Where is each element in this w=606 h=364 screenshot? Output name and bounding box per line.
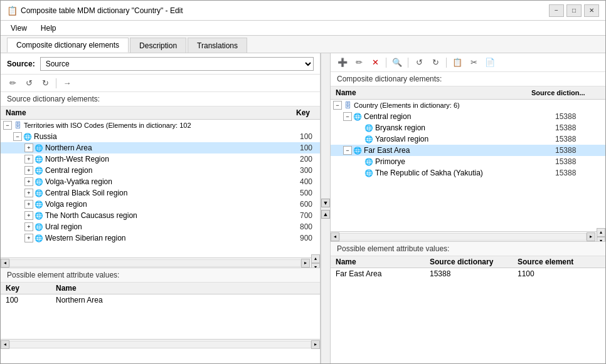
scroll-track-left[interactable] [9,259,301,267]
right-sep2 [408,58,408,68]
right-attr-row-0[interactable]: Far East Area 15388 1100 [331,268,605,279]
right-primorye-source: 15388 [555,157,605,166]
expand-volga-vyatka[interactable]: + [24,177,33,186]
refresh2-button[interactable]: ↻ [38,77,52,90]
expand-central[interactable]: + [24,166,33,175]
cut-button[interactable]: ✂ [467,56,481,69]
edit-button[interactable]: ✏ [6,77,19,90]
tree-volga[interactable]: + 🌐 Volga region 600 [1,199,320,210]
tree-russia[interactable]: − 🌐 Russia 100 [1,131,320,142]
window-icon: 📋 [7,6,17,16]
scroll-left-attr[interactable]: ◂ [1,340,9,349]
scroll-left-arrow[interactable]: ◂ [1,259,9,268]
right-panel: ➕ ✏ ✕ 🔍 ↺ ↻ 📋 ✂ 📄 Composite dictionary e… [331,53,605,363]
tree-volga-vyatka[interactable]: + 🌐 Volga-Vyatka region 400 [1,176,320,187]
right-fareast[interactable]: − 🌐 Far East Area 15388 [331,145,605,156]
tree-cbs[interactable]: + 🌐 Central Black Soil region 500 [1,187,320,199]
scroll-track-attr-left[interactable] [9,341,311,348]
northern-area-key: 100 [282,143,320,152]
globe-icon-wsiberia: 🌐 [35,234,43,242]
right-expand-fareast[interactable]: − [343,146,352,155]
right-sakha-source: 15388 [555,169,605,177]
menu-view[interactable]: View [7,23,31,34]
tree-wsiberia[interactable]: + 🌐 Western Siberian region 900 [1,232,320,244]
right-scroll-track[interactable] [339,233,587,241]
paste-button[interactable]: 📄 [483,56,497,69]
expand-wsiberia[interactable]: + [24,234,33,242]
russia-key: 100 [282,132,320,141]
globe-icon-caucasus: 🌐 [35,211,43,220]
close-button[interactable]: ✕ [584,4,599,17]
left-attr-section: Possible element attribute values: Key N… [1,268,320,349]
arrow-right-button[interactable]: → [60,77,74,90]
volga-text: Volga region [45,200,282,209]
expand-northwest[interactable]: + [24,155,33,164]
right-globe-yaroslavl: 🌐 [364,135,373,143]
tree-caucasus[interactable]: + 🌐 The North Caucasus region 700 [1,210,320,221]
scroll-right-arrow[interactable]: ▸ [301,259,310,268]
expand-northern[interactable]: + [24,143,33,152]
right-col-source-header: Source diction... [531,89,600,96]
tree-northern-area[interactable]: + 🌐 Northern Area 100 [1,142,320,153]
right-bryansk[interactable]: 🌐 Bryansk region 15388 [331,122,605,133]
right-yaroslavl[interactable]: 🌐 Yaroslavl region 15388 [331,133,605,145]
tab-composite-elements[interactable]: Composite dictionary elements [7,38,129,53]
left-attr-row-0[interactable]: 100 Northern Area [1,294,320,306]
expand-volga[interactable]: + [24,200,33,209]
wsiberia-text: Western Siberian region [45,234,282,242]
add-button[interactable]: ➕ [336,56,349,69]
left-tree-hscrollbar: ◂ ▸ ▴ ▾ [1,257,320,268]
right-central[interactable]: − 🌐 Central region 15388 [331,111,605,122]
right-scroll-right[interactable]: ▸ [587,232,595,241]
search-button[interactable]: 🔍 [390,56,404,69]
undo-button[interactable]: ↺ [412,56,426,69]
scroll-up-btn-left[interactable]: ▴ [311,254,320,263]
tree-root[interactable]: − 🗄 Territories with ISO Codes (Elements… [1,120,320,131]
copy-button[interactable]: 📋 [450,56,464,69]
right-attr-header: Name Source dictionary Source element [331,256,605,268]
transfer-up-btn[interactable]: ▲ [321,210,330,219]
menu-help[interactable]: Help [37,23,60,34]
right-tree-area[interactable]: − 🗄 Country (Elements in dictionary: 6) … [331,100,605,231]
source-select[interactable]: Source [40,57,314,71]
left-attr-hscrollbar: ◂ ▸ [1,339,320,349]
volga-key: 600 [282,200,320,209]
right-scroll-left[interactable]: ◂ [331,232,339,241]
tree-central[interactable]: + 🌐 Central region 300 [1,165,320,176]
tab-description[interactable]: Description [130,38,186,53]
right-edit-button[interactable]: ✏ [352,56,366,69]
delete-button[interactable]: ✕ [368,56,382,69]
scroll-right-attr[interactable]: ▸ [311,340,320,349]
tree-ural[interactable]: + 🌐 Ural region 800 [1,221,320,232]
right-sakha[interactable]: 🌐 The Republic of Sakha (Yakutia) 15388 [331,167,605,179]
expand-caucasus[interactable]: + [24,211,33,220]
globe-icon-volga-vyatka: 🌐 [35,177,43,186]
redo-button[interactable]: ↻ [428,56,442,69]
refresh1-button[interactable]: ↺ [22,77,36,90]
cbs-key: 500 [282,189,320,197]
right-primorye[interactable]: 🌐 Primorye 15388 [331,156,605,167]
globe-icon-central: 🌐 [35,166,43,175]
right-expand-root[interactable]: − [333,101,342,110]
expand-ural[interactable]: + [24,222,33,231]
right-tree-root[interactable]: − 🗄 Country (Elements in dictionary: 6) [331,100,605,111]
maximize-button[interactable]: □ [566,4,582,17]
right-attr-section: Possible element attribute values: Name … [331,241,605,323]
left-tree-area[interactable]: − 🗄 Territories with ISO Codes (Elements… [1,120,320,257]
col-key-header: Key [277,108,315,117]
expand-russia[interactable]: − [13,132,22,141]
right-expand-central[interactable]: − [343,112,352,121]
northern-area-text: Northern Area [45,143,282,152]
transfer-down-btn[interactable]: ▼ [321,199,330,207]
minimize-button[interactable]: − [549,4,564,17]
expand-root[interactable]: − [3,121,12,130]
expand-cbs[interactable]: + [24,189,33,197]
globe-icon-northern: 🌐 [35,143,43,152]
northwest-key: 200 [282,155,320,164]
tree-northwest[interactable]: + 🌐 North-West Region 200 [1,153,320,165]
globe-icon-russia: 🌐 [23,132,32,141]
title-bar-left: 📋 Composite table MDM dictionary "Countr… [7,6,183,16]
right-scroll-up[interactable]: ▴ [597,228,605,237]
right-globe-sakha: 🌐 [364,169,373,177]
tab-translations[interactable]: Translations [188,38,247,53]
